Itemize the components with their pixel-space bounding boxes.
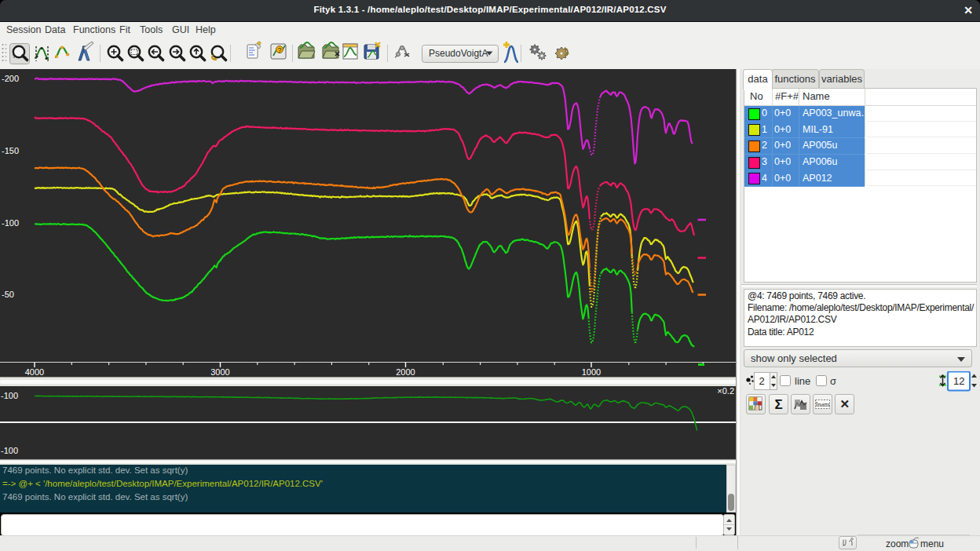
svg-text:-50: -50 <box>2 290 14 299</box>
svg-text:12: 12 <box>953 375 964 387</box>
svg-text:PseudoVoigtA: PseudoVoigtA <box>429 48 488 59</box>
svg-text:σ: σ <box>830 375 836 387</box>
svg-text:-100: -100 <box>2 218 19 228</box>
svg-text:-100: -100 <box>1 391 18 400</box>
svg-text:1000: 1000 <box>582 367 601 377</box>
svg-text:3000: 3000 <box>210 367 229 377</box>
svg-text:-150: -150 <box>2 146 19 155</box>
svg-text:-100: -100 <box>1 446 18 455</box>
svg-text:4000: 4000 <box>25 367 44 377</box>
svg-text:2: 2 <box>759 375 764 387</box>
svg-text:line: line <box>795 375 810 387</box>
svg-text:?: ? <box>277 46 281 54</box>
svg-text:Inam: Inam <box>816 400 830 408</box>
svg-text:-200: -200 <box>2 74 19 83</box>
svg-text:2000: 2000 <box>396 367 415 377</box>
svg-text:×0.2: ×0.2 <box>717 386 734 396</box>
